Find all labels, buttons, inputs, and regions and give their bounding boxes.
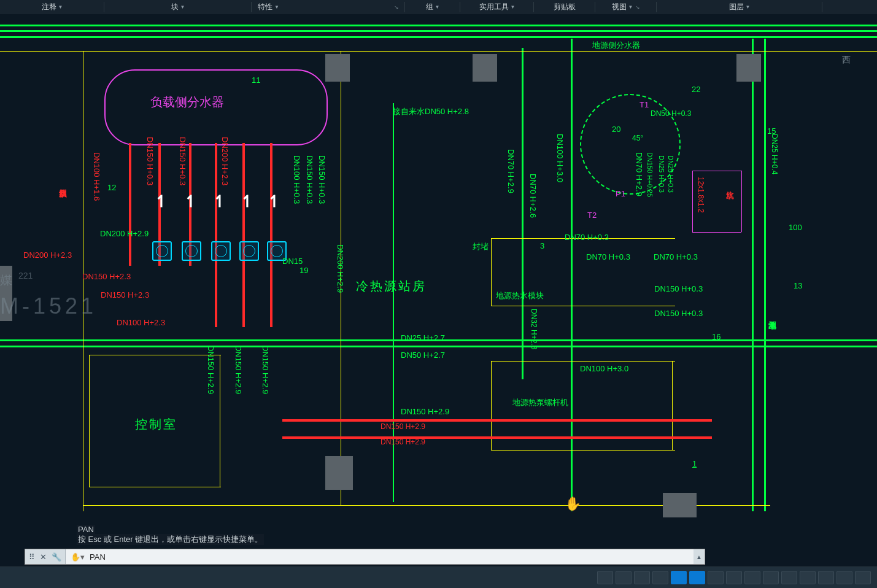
label-ghp-screw: 地源热泵螺杆机 <box>512 397 568 408</box>
pipe-label: DN70 H+0.3 <box>654 252 698 261</box>
leader-3: 3 <box>540 241 544 250</box>
pipe-label: DN100 H+3.0 <box>580 364 628 373</box>
wall-block <box>0 266 12 321</box>
wall-block <box>663 493 697 517</box>
status-toggle[interactable] <box>744 571 760 584</box>
pipe-label: DN150 H+0.3 <box>654 284 703 293</box>
label-ghp-module: 地源热水模块 <box>496 290 544 301</box>
status-toggle[interactable] <box>836 571 852 584</box>
pipe-label: DN150 H+2.9 <box>381 438 425 446</box>
leader-15: 15 <box>767 126 776 136</box>
ribbon-tab-layer[interactable]: 图层▼ <box>657 0 822 14</box>
ribbon: 注释▼ 块▼ 特性▼↘ 组▼ 实用工具▼ 剪贴板 视图▼↘ 图层▼ <box>0 0 877 15</box>
pipe-label: DN70 H+2.9 <box>506 149 516 193</box>
pipe-label: DN150 H+2.9 <box>401 407 449 416</box>
pipe-label: DN100 H+3.0 <box>555 134 565 182</box>
label-t2: T2 <box>587 211 597 220</box>
ribbon-tab-properties[interactable]: 特性▼↘ <box>252 0 405 14</box>
cmd-handle-icon[interactable]: ⠿ <box>29 552 35 562</box>
status-bar <box>0 567 877 588</box>
status-toggle[interactable] <box>689 571 705 584</box>
wall-block <box>736 54 761 82</box>
leader-19: 19 <box>299 266 308 275</box>
label-plug: 封堵 <box>473 241 489 252</box>
pipe-label: DN150 H+2.9 <box>234 346 243 394</box>
pump-icon <box>239 241 259 261</box>
status-toggle[interactable] <box>763 571 779 584</box>
status-toggle[interactable] <box>708 571 724 584</box>
command-echo: PAN <box>77 525 95 534</box>
pipe-label: DN70 H+2.6 <box>528 174 538 218</box>
status-toggle[interactable] <box>616 571 632 584</box>
leader-13: 13 <box>794 281 802 290</box>
ribbon-tab-group[interactable]: 组▼ <box>405 0 460 14</box>
command-line[interactable]: ⠿ ✕ 🔧 ✋▾ PAN ▲ <box>25 549 705 565</box>
leader-1: 1 <box>692 459 697 468</box>
leader-22: 22 <box>692 85 700 94</box>
command-hint: 按 Esc 或 Enter 键退出，或单击右键显示快捷菜单。 <box>77 534 264 545</box>
status-toggle[interactable] <box>634 571 650 584</box>
label-100: 100 <box>789 223 802 232</box>
pipe-label: 接自来水DN50 H+2.8 <box>393 106 469 117</box>
label-room-title: 冷热源站房 <box>356 278 427 295</box>
pipe-label: DN32 H+2.8 <box>530 309 538 349</box>
status-toggle[interactable] <box>818 571 834 584</box>
pump-icon <box>267 241 287 261</box>
pump-icon <box>152 241 172 261</box>
ribbon-tab-view[interactable]: 视图▼↘ <box>595 0 657 14</box>
ribbon-tab-util[interactable]: 实用工具▼ <box>460 0 534 14</box>
pipe-label: DN200 H+2.3 <box>23 250 72 260</box>
label-box-dim: 12x1.8x1.2 <box>697 177 705 213</box>
pipe-label: DN50 H+2.7 <box>401 350 445 360</box>
tank-circle <box>580 94 681 195</box>
xref-ghost-text: 221 <box>18 271 33 280</box>
pipe-label: DN150 H+2.9 <box>206 346 215 394</box>
flow-arrow-icon: ↿ <box>155 192 168 211</box>
pump-icon <box>211 241 231 261</box>
status-toggle[interactable] <box>671 571 687 584</box>
pipe-label: DN100 H+2.3 <box>117 318 165 327</box>
viewcube[interactable]: 西 <box>822 36 871 85</box>
drawing-canvas[interactable]: 负载侧分水器 负载侧集水器 DN100 H+1.6 DN150 H+0.3 DN… <box>0 14 877 548</box>
cmd-close-icon[interactable]: ✕ <box>40 552 47 562</box>
cmd-prompt-icon: ✋▾ <box>71 552 85 562</box>
leader-12: 12 <box>107 183 116 192</box>
tank-load-splitter <box>104 69 328 145</box>
pipe-label: DN150 H+0.3 <box>654 309 703 318</box>
pipe-label: DN150 H+0.3 <box>317 155 326 204</box>
status-toggle[interactable] <box>800 571 816 584</box>
wall-block <box>473 54 497 82</box>
pipe-label: DN70 H+0.3 <box>586 252 630 261</box>
status-toggle[interactable] <box>652 571 668 584</box>
pump-icon <box>182 241 201 261</box>
cmd-config-icon[interactable]: 🔧 <box>52 552 61 562</box>
status-toggle[interactable] <box>781 571 797 584</box>
status-toggle[interactable] <box>855 571 871 584</box>
cmd-history-toggle[interactable]: ▲ <box>693 549 705 564</box>
status-toggle[interactable] <box>726 571 742 584</box>
pipe-label: DN150 H+0.3 <box>305 155 314 204</box>
pipe-label: DN100 H+0.3 <box>292 155 301 204</box>
label-ground-splitter: 地源侧分水器 <box>592 40 640 51</box>
pipe-label: DN100 H+1.6 <box>92 152 101 201</box>
wall-block <box>325 54 350 82</box>
status-toggle[interactable] <box>597 571 613 584</box>
pan-cursor-icon: ✋ <box>565 496 581 512</box>
pipe-label: DN150 H+2.3 <box>82 272 131 281</box>
ribbon-tab-block[interactable]: 块▼ <box>104 0 252 14</box>
wall-block <box>325 456 353 490</box>
ribbon-tab-annotate[interactable]: 注释▼ <box>0 0 104 14</box>
command-toolbar[interactable]: ⠿ ✕ 🔧 <box>25 549 66 564</box>
pipe-label: DN25 H+0.4 <box>770 134 779 174</box>
status-icons <box>597 567 871 588</box>
pipe-label: DN200 H+2.9 <box>100 229 149 238</box>
pipe-label: DN150 H+2.9 <box>261 346 270 394</box>
command-input[interactable]: PAN <box>90 552 106 562</box>
pipe-label: DN150 H+2.3 <box>101 290 149 300</box>
pipe-label: DN150 H+2.9 <box>381 422 425 431</box>
ribbon-tab-clipboard[interactable]: 剪贴板 <box>534 0 595 14</box>
label-control-room: 控制室 <box>135 416 177 433</box>
